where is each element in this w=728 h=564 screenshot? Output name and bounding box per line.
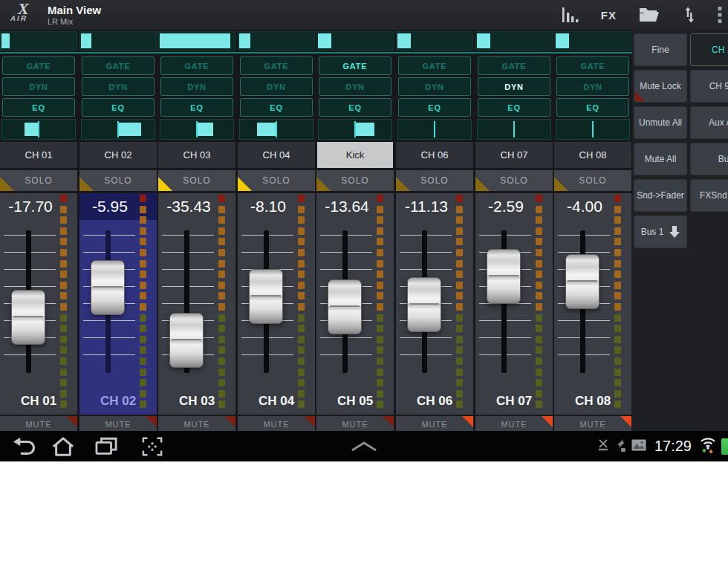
solo-button[interactable]: SOLO (158, 170, 235, 191)
pan-slider[interactable] (397, 119, 472, 140)
dyn-button[interactable]: DYN (556, 77, 629, 96)
channel-name-button[interactable]: CH 06 (396, 142, 473, 168)
dyn-button[interactable]: DYN (2, 77, 75, 96)
folder-icon[interactable] (639, 7, 660, 23)
fx-button[interactable]: FX (601, 9, 617, 22)
panel-button-label: Unmute All (639, 117, 682, 128)
panel-button-unmute-all[interactable]: Unmute All (634, 106, 687, 139)
panel-button-snd-fader[interactable]: Snd->Fader (634, 179, 687, 212)
gate-button[interactable]: GATE (240, 56, 313, 75)
panel-button-aux-fx[interactable]: Aux / FX (690, 106, 728, 139)
gate-button[interactable]: GATE (398, 56, 471, 75)
fader-handle[interactable] (11, 290, 45, 345)
channel-name-button[interactable]: CH 07 (475, 142, 553, 168)
gate-button[interactable]: GATE (160, 56, 233, 75)
fader-handle[interactable] (407, 277, 441, 332)
meter-segment (614, 227, 621, 235)
channel-name-button[interactable]: CH 04 (238, 142, 315, 168)
screenshot-icon[interactable] (138, 431, 166, 461)
panel-button-label: CH 9-16 (709, 81, 728, 91)
overflow-menu-icon[interactable] (718, 6, 722, 24)
dyn-button[interactable]: DYN (398, 77, 471, 96)
meter-segment (218, 379, 225, 386)
solo-button[interactable]: SOLO (475, 170, 553, 191)
dyn-button[interactable]: DYN (160, 77, 233, 96)
meter-segment (377, 270, 383, 278)
recents-icon[interactable] (92, 431, 120, 461)
expand-chevron-icon[interactable] (348, 431, 380, 461)
mute-button[interactable]: MUTE (475, 416, 553, 432)
solo-button[interactable]: SOLO (238, 170, 315, 191)
panel-button-mute-all[interactable]: Mute All (634, 143, 687, 175)
panel-button-ch-1-8[interactable]: CH 1-8 (690, 33, 728, 66)
fader-handle[interactable] (487, 249, 521, 304)
solo-button[interactable]: SOLO (396, 170, 473, 191)
mute-button[interactable]: MUTE (238, 416, 315, 432)
mute-button[interactable]: MUTE (396, 416, 473, 432)
dyn-button[interactable]: DYN (240, 77, 313, 96)
fader-handle[interactable] (249, 269, 283, 324)
sort-arrows-icon[interactable] (682, 6, 695, 24)
dyn-button[interactable]: DYN (319, 77, 391, 96)
gate-button[interactable]: GATE (2, 56, 75, 75)
back-icon[interactable] (9, 431, 37, 461)
meter-segment (614, 238, 621, 245)
meter-segment (140, 346, 146, 354)
panel-button-fxsnd-mon[interactable]: FXSnd / Mon (690, 179, 728, 212)
dyn-button[interactable]: DYN (478, 77, 550, 96)
meter-segment (614, 336, 621, 343)
channel-name-button[interactable]: CH 08 (554, 142, 631, 168)
fader-handle[interactable] (169, 313, 204, 368)
mute-button[interactable]: MUTE (554, 416, 631, 432)
pan-slider[interactable] (556, 119, 630, 140)
solo-button[interactable]: SOLO (79, 170, 157, 191)
eq-button[interactable]: EQ (556, 98, 629, 117)
channel-name-button[interactable]: Kick (317, 142, 393, 168)
solo-button[interactable]: SOLO (0, 170, 77, 191)
fader-handle[interactable] (91, 260, 125, 315)
pan-center-mark (354, 121, 356, 137)
pan-slider[interactable] (1, 119, 76, 140)
meter-segment (140, 314, 146, 322)
mute-button[interactable]: MUTE (79, 416, 157, 432)
eq-button[interactable]: EQ (478, 98, 550, 117)
meter-segment (298, 216, 305, 224)
eq-button[interactable]: EQ (82, 98, 155, 117)
solo-button[interactable]: SOLO (316, 170, 394, 191)
panel-button-ch-9-16[interactable]: CH 9-16 (690, 70, 728, 103)
eq-button[interactable]: EQ (240, 98, 313, 117)
pan-slider[interactable] (239, 119, 313, 140)
panel-button-fine[interactable]: Fine (634, 33, 687, 66)
dyn-button[interactable]: DYN (82, 77, 155, 96)
xair-logo: X AIR (10, 1, 48, 22)
gate-button[interactable]: GATE (319, 56, 391, 75)
mute-button[interactable]: MUTE (158, 416, 235, 432)
channel-name-button[interactable]: CH 01 (0, 142, 77, 168)
meter-segment (60, 314, 67, 322)
pan-slider[interactable] (81, 119, 155, 140)
solo-button[interactable]: SOLO (554, 170, 631, 191)
meter-segment (377, 282, 383, 289)
mute-button[interactable]: MUTE (316, 416, 394, 432)
pan-slider[interactable] (318, 119, 392, 140)
mute-button[interactable]: MUTE (0, 416, 77, 432)
gate-button[interactable]: GATE (478, 56, 550, 75)
panel-button-bus[interactable]: Bus (690, 143, 728, 175)
pan-amount-bar (118, 123, 141, 136)
meters-icon[interactable] (562, 6, 579, 24)
fader-handle[interactable] (565, 254, 599, 309)
pan-slider[interactable] (160, 119, 234, 140)
home-icon[interactable] (49, 431, 77, 461)
panel-button-mute-lock[interactable]: Mute Lock (634, 70, 687, 103)
channel-name-button[interactable]: CH 03 (158, 142, 235, 168)
gate-button[interactable]: GATE (556, 56, 629, 75)
pan-slider[interactable] (477, 119, 551, 140)
eq-button[interactable]: EQ (160, 98, 233, 117)
channel-name-button[interactable]: CH 02 (79, 142, 157, 168)
gate-button[interactable]: GATE (82, 56, 155, 75)
eq-button[interactable]: EQ (398, 98, 471, 117)
fader-handle[interactable] (328, 279, 362, 334)
eq-button[interactable]: EQ (2, 98, 75, 117)
panel-button-bus-1[interactable]: Bus 1 (634, 215, 687, 248)
eq-button[interactable]: EQ (319, 98, 391, 117)
